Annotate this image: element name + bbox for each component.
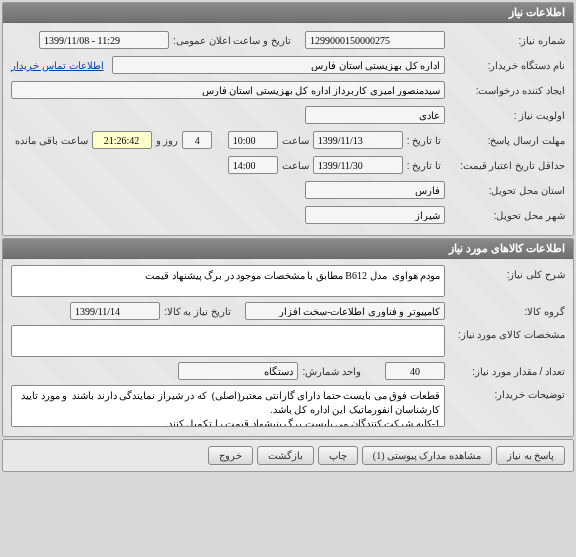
spec-label: مشخصات کالای مورد نیاز: [445,325,565,340]
buyer-org-field [112,56,445,74]
unit-label: واحد شمارش: [298,366,365,377]
qty-label: تعداد / مقدار مورد نیاز: [445,366,565,377]
remain-label: ساعت باقی مانده [11,135,92,146]
contact-link[interactable]: اطلاعات تماس خریدار [11,60,104,71]
desc-label: شرح کلی نیاز: [445,265,565,280]
unit-field [178,362,298,380]
buyer-notes-field [11,385,445,427]
public-date-field [39,31,169,49]
min-valid-time-field [228,156,278,174]
need-by-date-field [70,302,160,320]
group-field [245,302,445,320]
buyer-org-label: نام دستگاه خریدار: [445,60,565,71]
public-date-label: تاریخ و ساعت اعلان عمومی: [169,35,295,46]
attachments-button[interactable]: مشاهده مدارک پیوستی (1) [362,446,492,465]
min-valid-time-label: ساعت [278,160,313,171]
time-remain-field [92,131,152,149]
goods-info-panel: اطلاعات کالاهای مورد نیاز شرح کلی نیاز: … [2,238,574,437]
deadline-label: مهلت ارسال پاسخ: [445,135,565,146]
min-valid-date-field [313,156,403,174]
to-date-label: تا تاریخ : [403,135,445,146]
province-field [305,181,445,199]
province-label: استان محل تحویل: [445,185,565,196]
to-date-label-2: تا تاریخ : [403,160,445,171]
days-remain-field [182,131,212,149]
spec-field [11,325,445,357]
priority-label: اولویت نیاز : [445,110,565,121]
deadline-time-label: ساعت [278,135,313,146]
buyer-notes-label: توضیحات خریدار: [445,385,565,400]
days-and-label: روز و [152,135,183,146]
button-bar: پاسخ به نیاز مشاهده مدارک پیوستی (1) چاپ… [2,439,574,472]
min-valid-label: حداقل تاریخ اعتبار قیمت: [445,160,565,171]
qty-field [385,362,445,380]
panel2-header: اطلاعات کالاهای مورد نیاز [3,239,573,259]
desc-field [11,265,445,297]
need-no-field [305,31,445,49]
back-button[interactable]: بازگشت [257,446,314,465]
deadline-date-field [313,131,403,149]
need-info-panel: اطلاعات نیاز شماره نیاز: تاریخ و ساعت اع… [2,2,574,236]
respond-button[interactable]: پاسخ به نیاز [496,446,565,465]
deadline-time-field [228,131,278,149]
group-label: گروه کالا: [445,306,565,317]
panel1-header: اطلاعات نیاز [3,3,573,23]
need-no-label: شماره نیاز: [445,35,565,46]
city-label: شهر محل تحویل: [445,210,565,221]
creator-label: ایجاد کننده درخواست: [445,85,565,96]
creator-field [11,81,445,99]
need-by-date-label: تاریخ نیاز به کالا: [160,306,235,317]
city-field [305,206,445,224]
panel2-body: شرح کلی نیاز: گروه کالا: تاریخ نیاز به ک… [3,259,573,436]
exit-button[interactable]: خروج [208,446,253,465]
print-button[interactable]: چاپ [318,446,358,465]
panel1-body: شماره نیاز: تاریخ و ساعت اعلان عمومی: نا… [3,23,573,235]
priority-field [305,106,445,124]
